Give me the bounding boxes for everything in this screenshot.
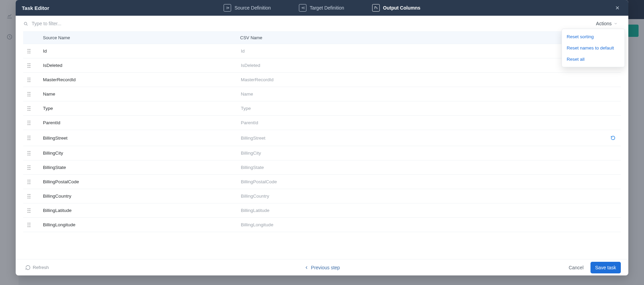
- csv-name-input[interactable]: [240, 179, 601, 185]
- svg-point-32: [28, 120, 28, 121]
- refresh-button[interactable]: Refresh: [23, 265, 51, 271]
- svg-point-71: [30, 210, 30, 211]
- svg-point-23: [30, 94, 30, 94]
- csv-name-input[interactable]: [240, 165, 601, 170]
- csv-name-input[interactable]: [240, 48, 601, 54]
- drag-handle[interactable]: [23, 203, 39, 218]
- svg-point-26: [28, 106, 28, 107]
- svg-point-47: [30, 153, 30, 153]
- header-csv-name[interactable]: CSV Name: [236, 31, 605, 44]
- svg-point-50: [28, 165, 28, 166]
- svg-point-60: [28, 183, 28, 184]
- drag-handle[interactable]: [23, 146, 39, 160]
- svg-point-12: [28, 67, 28, 68]
- task-editor-modal: Task Editor Source DefinitionTarget Defi…: [16, 0, 628, 275]
- source-name-cell: ParentId: [39, 116, 236, 130]
- csv-name-cell: [236, 218, 605, 232]
- wizard-tabs: Source DefinitionTarget DefinitionOutput…: [221, 4, 422, 12]
- csv-name-input[interactable]: [240, 222, 601, 228]
- header-source-name[interactable]: Source Name: [39, 31, 236, 44]
- refresh-icon: [25, 265, 31, 270]
- svg-point-62: [28, 194, 28, 195]
- csv-name-cell: [236, 58, 605, 73]
- source-name-cell: Type: [39, 101, 236, 116]
- drag-handle[interactable]: [23, 175, 39, 189]
- drag-handle[interactable]: [23, 101, 39, 116]
- drag-handle[interactable]: [23, 73, 39, 87]
- drag-handle[interactable]: [23, 218, 39, 232]
- source-name-cell: MasterRecordId: [39, 73, 236, 87]
- drag-handle[interactable]: [23, 130, 39, 146]
- drag-handle[interactable]: [23, 87, 39, 101]
- reset-row-button[interactable]: [609, 134, 617, 142]
- footer-right: Cancel Save task: [567, 262, 621, 273]
- tab-source-definition[interactable]: Source Definition: [221, 4, 273, 12]
- tab-target-definition[interactable]: Target Definition: [297, 4, 346, 12]
- svg-point-42: [28, 139, 28, 140]
- reset-cell: [605, 218, 621, 232]
- svg-point-8: [28, 63, 28, 64]
- table-scroll[interactable]: Source Name CSV Name IdIsDeletedMasterRe…: [16, 31, 628, 259]
- actions-dropdown-button[interactable]: Actions: [593, 18, 621, 29]
- dropdown-item-reset-sorting[interactable]: Reset sorting: [562, 31, 625, 42]
- tab-output-columns[interactable]: Output Columns: [370, 4, 423, 12]
- csv-name-cell: [236, 73, 605, 87]
- chevron-down-icon: [614, 22, 618, 26]
- svg-point-68: [28, 208, 28, 209]
- dropdown-item-reset-all[interactable]: Reset all: [562, 54, 625, 65]
- csv-name-input[interactable]: [240, 62, 601, 68]
- svg-point-74: [28, 223, 28, 223]
- drag-handle[interactable]: [23, 44, 39, 58]
- svg-point-75: [30, 223, 30, 223]
- table-row: BillingPostalCode: [23, 175, 621, 189]
- source-name-cell: Id: [39, 44, 236, 58]
- svg-point-73: [30, 212, 30, 213]
- csv-name-input[interactable]: [240, 135, 601, 141]
- svg-point-24: [28, 96, 28, 96]
- previous-step-button[interactable]: Previous step: [302, 265, 342, 271]
- svg-point-61: [30, 183, 30, 184]
- tab-label: Target Definition: [310, 5, 344, 11]
- svg-point-33: [30, 120, 30, 121]
- csv-name-input[interactable]: [240, 208, 601, 213]
- svg-point-40: [28, 138, 28, 138]
- csv-name-input[interactable]: [240, 120, 601, 126]
- csv-name-input[interactable]: [240, 77, 601, 83]
- csv-name-input[interactable]: [240, 105, 601, 111]
- table-row: MasterRecordId: [23, 73, 621, 87]
- table-row: BillingState: [23, 160, 621, 175]
- drag-handle[interactable]: [23, 58, 39, 73]
- drag-handle[interactable]: [23, 160, 39, 175]
- cancel-button[interactable]: Cancel: [567, 265, 586, 271]
- svg-point-27: [30, 106, 30, 107]
- dropdown-item-reset-names-to-default[interactable]: Reset names to default: [562, 42, 625, 54]
- svg-point-34: [28, 122, 28, 123]
- csv-name-input[interactable]: [240, 193, 601, 199]
- modal-title: Task Editor: [22, 5, 97, 11]
- close-button[interactable]: [613, 3, 622, 13]
- svg-point-43: [30, 139, 30, 140]
- source-name-cell: BillingLatitude: [39, 203, 236, 218]
- svg-point-55: [30, 169, 30, 170]
- svg-point-69: [30, 208, 30, 209]
- source-name-cell: BillingState: [39, 160, 236, 175]
- csv-name-input[interactable]: [240, 150, 601, 156]
- drag-handle[interactable]: [23, 116, 39, 130]
- filter-bar: Actions Reset sortingReset names to defa…: [16, 16, 628, 31]
- filter-input[interactable]: [31, 20, 120, 27]
- table-row: Type: [23, 101, 621, 116]
- svg-point-14: [28, 77, 28, 78]
- svg-point-48: [28, 155, 28, 155]
- svg-point-70: [28, 210, 28, 211]
- source-name-cell: BillingLongitude: [39, 218, 236, 232]
- svg-point-10: [28, 65, 28, 66]
- svg-point-66: [28, 198, 28, 198]
- svg-point-30: [28, 110, 28, 111]
- drag-handle[interactable]: [23, 189, 39, 203]
- csv-name-input[interactable]: [240, 91, 601, 97]
- table-row: ParentId: [23, 116, 621, 130]
- svg-point-9: [30, 63, 30, 64]
- save-task-button[interactable]: Save task: [591, 262, 621, 273]
- svg-point-78: [28, 226, 28, 227]
- reset-cell: [605, 189, 621, 203]
